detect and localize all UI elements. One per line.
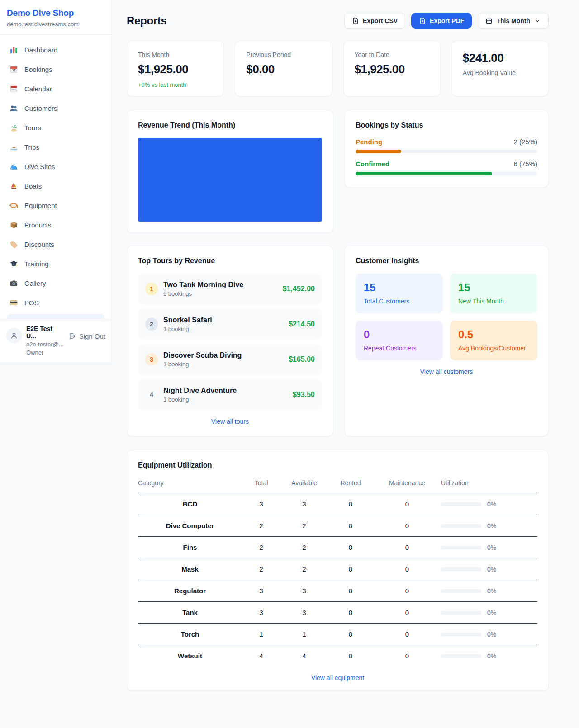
sidebar-header: Demo Dive Shop demo.test.divestreams.com xyxy=(0,0,112,35)
sidebar-item-reports-active[interactable] xyxy=(7,314,104,319)
cell-category: Regulator xyxy=(138,580,242,602)
tile-value: 15 xyxy=(364,281,435,294)
export-pdf-label: Export PDF xyxy=(430,17,464,24)
sidebar-item-customers[interactable]: Customers xyxy=(4,100,108,116)
user-section: E2E Test U... e2e-tester@... Owner Sign … xyxy=(0,320,112,362)
stat-card-year-to-date: Year to Date $1,925.00 xyxy=(343,41,441,96)
cell-maintenance: 0 xyxy=(373,558,441,580)
page-title: Reports xyxy=(127,14,167,27)
trips-icon xyxy=(9,143,18,151)
sidebar-item-trips[interactable]: Trips xyxy=(4,139,108,155)
stat-value: $241.00 xyxy=(463,51,537,65)
cell-category: Mask xyxy=(138,558,242,580)
sidebar-item-products[interactable]: Products xyxy=(4,217,108,233)
sign-out-button[interactable]: Sign Out xyxy=(68,332,105,340)
logout-icon xyxy=(68,332,76,340)
products-icon xyxy=(9,221,18,229)
equipment-utilization-card: Equipment Utilization Category Total Ava… xyxy=(127,450,549,691)
tour-bookings: 1 booking xyxy=(163,396,287,403)
sidebar-item-pos[interactable]: POS xyxy=(4,294,108,311)
tile-value: 0 xyxy=(364,328,435,341)
utilization-percent: 0% xyxy=(487,501,496,508)
utilization-percent: 0% xyxy=(487,566,496,573)
sidebar-item-label: Tours xyxy=(24,124,41,132)
tour-row: 4 Night Dive Adventure 1 booking $93.50 xyxy=(138,379,322,410)
cell-rented: 0 xyxy=(328,537,373,558)
status-label: Pending xyxy=(356,138,382,146)
cell-available: 3 xyxy=(280,602,328,624)
gallery-icon xyxy=(9,279,18,288)
sidebar-item-equipment[interactable]: Equipment xyxy=(4,197,108,213)
status-row-pending: Pending 2 (25%) xyxy=(356,138,537,153)
view-all-customers-link[interactable]: View all customers xyxy=(356,368,537,375)
equipment-table: Category Total Available Rented Maintena… xyxy=(138,474,537,667)
stat-card-avg-booking-value: $241.00 Avg Booking Value xyxy=(451,41,549,96)
sidebar-item-tours[interactable]: Tours xyxy=(4,119,108,136)
cell-available: 2 xyxy=(280,558,328,580)
sidebar-item-boats[interactable]: Boats xyxy=(4,178,108,194)
view-all-tours-link[interactable]: View all tours xyxy=(138,418,322,425)
dive-sites-icon xyxy=(9,162,18,171)
stat-value: $1,925.00 xyxy=(355,62,429,76)
sidebar-item-label: Bookings xyxy=(24,66,52,73)
table-row: Regulator 3 3 0 0 0% xyxy=(138,580,537,602)
period-dropdown[interactable]: This Month xyxy=(478,13,549,29)
top-tours-title: Top Tours by Revenue xyxy=(138,257,322,265)
cell-total: 4 xyxy=(242,645,280,667)
sidebar-item-calendar[interactable]: Calendar xyxy=(4,80,108,97)
tour-bookings: 5 bookings xyxy=(163,290,277,297)
cell-utilization: 0% xyxy=(441,587,537,595)
utilization-bar xyxy=(441,567,482,571)
status-value: 6 (75%) xyxy=(513,160,537,168)
sidebar-item-bookings[interactable]: 17 Bookings xyxy=(4,61,108,77)
sidebar-item-dashboard[interactable]: Dashboard xyxy=(4,42,108,58)
utilization-bar xyxy=(441,546,482,549)
column-header-total: Total xyxy=(242,474,280,493)
tour-name: Snorkel Safari xyxy=(163,316,283,324)
stat-label: Avg Booking Value xyxy=(463,69,537,76)
table-row: Fins 2 2 0 0 0% xyxy=(138,537,537,558)
export-csv-button[interactable]: Export CSV xyxy=(344,13,405,29)
user-email: e2e-tester@... xyxy=(26,341,64,348)
sidebar-item-gallery[interactable]: Gallery xyxy=(4,275,108,291)
user-info: E2E Test U... e2e-tester@... Owner xyxy=(26,325,64,356)
user-role: Owner xyxy=(26,349,64,356)
tour-revenue: $214.50 xyxy=(289,320,315,328)
utilization-percent: 0% xyxy=(487,522,496,529)
table-header-row: Category Total Available Rented Maintena… xyxy=(138,474,537,493)
sidebar-item-dive-sites[interactable]: Dive Sites xyxy=(4,158,108,175)
revenue-trend-card: Revenue Trend (This Month) xyxy=(127,110,333,233)
cell-maintenance: 0 xyxy=(373,537,441,558)
export-pdf-button[interactable]: Export PDF xyxy=(411,13,472,29)
utilization-percent: 0% xyxy=(487,652,496,660)
cell-utilization: 0% xyxy=(441,544,537,551)
column-header-utilization: Utilization xyxy=(441,474,537,493)
discounts-icon xyxy=(9,240,18,249)
column-header-available: Available xyxy=(280,474,328,493)
table-row: Mask 2 2 0 0 0% xyxy=(138,558,537,580)
tour-revenue: $1,452.00 xyxy=(283,285,315,293)
revenue-trend-title: Revenue Trend (This Month) xyxy=(138,121,322,129)
status-label: Confirmed xyxy=(356,160,389,168)
utilization-bar xyxy=(441,654,482,658)
customers-icon xyxy=(9,104,18,113)
customer-insights-title: Customer Insights xyxy=(356,257,537,265)
table-row: Dive Computer 2 2 0 0 0% xyxy=(138,515,537,537)
tile-label: Avg Bookings/Customer xyxy=(458,345,529,352)
cell-utilization: 0% xyxy=(441,522,537,529)
cell-available: 3 xyxy=(280,493,328,515)
cell-utilization: 0% xyxy=(441,652,537,660)
column-header-category: Category xyxy=(138,474,242,493)
view-all-equipment-link[interactable]: View all equipment xyxy=(138,674,537,681)
sidebar-item-training[interactable]: Training xyxy=(4,255,108,272)
cell-category: Tank xyxy=(138,602,242,624)
sidebar-item-discounts[interactable]: Discounts xyxy=(4,236,108,252)
sidebar-nav: Dashboard 17 Bookings Calendar Customers… xyxy=(0,35,112,320)
tour-row: 1 Two Tank Morning Dive 5 bookings $1,45… xyxy=(138,274,322,304)
cell-available: 2 xyxy=(280,537,328,558)
tile-value: 15 xyxy=(458,281,529,294)
calendar-icon xyxy=(485,17,493,24)
utilization-percent: 0% xyxy=(487,587,496,595)
cell-rented: 0 xyxy=(328,515,373,537)
equipment-utilization-title: Equipment Utilization xyxy=(138,461,537,469)
